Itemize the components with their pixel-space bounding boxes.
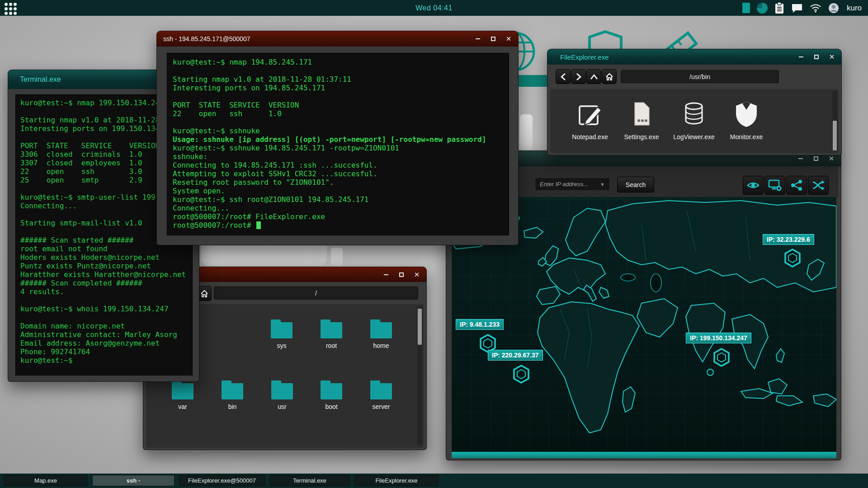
monitor-shield-icon	[732, 100, 760, 128]
disk-usage-icon[interactable]	[757, 3, 768, 14]
hexagon-node-marker[interactable]	[512, 364, 530, 384]
ssh-terminal-output[interactable]: kuro@test:~$ nmap 194.85.245.171 Startin…	[167, 53, 509, 235]
up-button[interactable]	[586, 69, 601, 84]
folder-icon	[271, 383, 293, 399]
folder-usr[interactable]: usr	[256, 379, 308, 410]
chevron-down-icon: ▼	[600, 182, 605, 187]
folder-sys[interactable]: sys	[255, 318, 308, 349]
home-icon	[605, 73, 613, 81]
ssh-text-bottom: kuro@test:~$ sshnuke 194.85.245.171 -roo…	[173, 144, 503, 221]
notepad-icon	[576, 100, 604, 128]
share-nodes-icon	[790, 179, 803, 191]
ip-address-dropdown[interactable]: Enter IP address...▼	[535, 178, 610, 191]
forward-button[interactable]	[571, 69, 586, 84]
file-explorer-title: FileExplorer.exe	[554, 53, 609, 61]
file-item-notepad[interactable]: Notepad.exe	[564, 100, 616, 141]
terminal-cursor	[256, 221, 261, 229]
address-bar[interactable]: /	[214, 286, 418, 300]
clipboard-icon[interactable]	[774, 2, 784, 14]
vertical-scrollbar[interactable]	[832, 91, 837, 150]
ip-label-32-23-229-6[interactable]: IP: 32.23.229.6	[763, 234, 814, 245]
maximize-button[interactable]	[490, 36, 496, 42]
hexagon-node-marker[interactable]	[783, 248, 802, 268]
address-bar[interactable]: /usr/bin	[621, 70, 779, 83]
logviewer-icon	[680, 100, 708, 128]
folder-icon	[172, 383, 193, 399]
close-button[interactable]: ✕	[829, 54, 835, 60]
folder-icon	[271, 322, 292, 338]
ip-label-199-150-134-247[interactable]: IP: 199.150.134.247	[686, 333, 751, 343]
file-explorer-toolbar: /usr/bin	[547, 65, 841, 89]
maximize-button[interactable]	[398, 272, 405, 278]
ip-label-9-48-1-233[interactable]: IP: 9.48.1.233	[456, 319, 504, 330]
minimize-button[interactable]	[798, 54, 804, 60]
folder-root[interactable]: root	[305, 318, 358, 349]
folder-icon	[321, 383, 342, 399]
ssh-text-top: kuro@test:~$ nmap 194.85.245.171 Startin…	[173, 58, 503, 135]
back-button[interactable]	[556, 69, 571, 84]
vertical-scrollbar[interactable]	[417, 306, 422, 445]
maximize-button[interactable]	[813, 54, 820, 60]
eye-tool-button[interactable]	[743, 176, 764, 195]
map-bottom-bar	[452, 452, 836, 458]
ssh-title: ssh - 194.85.245.171@500007	[163, 35, 250, 42]
minimize-button[interactable]	[383, 272, 389, 278]
folder-bin[interactable]: bin	[206, 379, 259, 410]
file-explorer-window: FileExplorer.exe ✕ /usr/bin	[547, 49, 842, 155]
chevron-right-icon	[575, 73, 582, 81]
folder-var[interactable]: var	[156, 379, 209, 410]
close-button[interactable]: ✕	[414, 272, 420, 278]
close-button[interactable]: ✕	[505, 36, 512, 42]
remote-desktop-tool-button[interactable]	[764, 176, 785, 195]
maximize-button[interactable]	[813, 155, 819, 162]
minimize-button[interactable]	[475, 36, 481, 42]
monitor-plus-icon	[768, 179, 782, 191]
ssh-titlebar[interactable]: ssh - 194.85.245.171@500007 ✕	[157, 31, 518, 47]
folder-icon	[370, 383, 392, 399]
close-button[interactable]: ✕	[828, 155, 835, 162]
clock: Wed 04:41	[0, 4, 868, 12]
folder-home[interactable]: home	[355, 318, 407, 349]
taskbar: Map.exe ssh - FileExplorer.exe@500007 Te…	[0, 474, 868, 488]
hexagon-node-marker[interactable]	[712, 347, 731, 367]
ssh-prompt-line: root@500007:/root#	[173, 221, 503, 230]
background-window-remnant-small	[331, 248, 343, 266]
share-tool-button[interactable]	[786, 176, 807, 195]
folder-icon	[321, 322, 342, 338]
home-button[interactable]	[602, 69, 617, 84]
folder-icon	[370, 322, 392, 338]
username-label[interactable]: kuro	[847, 4, 862, 13]
taskbar-item-fileexplorer-remote[interactable]: FileExplorer.exe@500007	[179, 475, 265, 486]
ssh-usage-line: Usage: sshnuke [ip address] [(opt) -port…	[173, 135, 503, 144]
file-item-settings[interactable]: Settings.exe	[615, 100, 668, 141]
folder-icon	[222, 383, 243, 399]
shuffle-icon	[811, 179, 825, 191]
file-explorer-titlebar[interactable]: FileExplorer.exe ✕	[547, 49, 841, 65]
eye-icon	[746, 180, 760, 191]
folder-server[interactable]: server	[355, 379, 407, 410]
desktop: Map.exe ✕ Enter IP address...▼ Search	[0, 0, 868, 488]
wifi-icon[interactable]	[810, 4, 821, 13]
ssh-window: ssh - 194.85.245.171@500007 ✕ kuro@test:…	[156, 31, 519, 245]
file-item-monitor[interactable]: Monitor.exe	[720, 100, 773, 141]
top-status-bar: Wed 04:41 kuro	[0, 0, 868, 16]
search-button[interactable]: Search	[617, 177, 654, 192]
folder-boot[interactable]: boot	[305, 379, 358, 410]
taskbar-item-fileexplorer[interactable]: FileExplorer.exe	[354, 475, 439, 486]
file-explorer-contents: Notepad.exe Settings.exe LogViewer.exe	[550, 89, 839, 153]
user-avatar[interactable]	[828, 3, 839, 14]
taskbar-item-map[interactable]: Map.exe	[4, 475, 88, 486]
minimize-button[interactable]	[797, 155, 804, 162]
chevron-left-icon	[560, 73, 567, 81]
chevron-up-icon	[590, 74, 598, 80]
settings-icon	[627, 100, 656, 128]
ip-label-220-29-67-37[interactable]: IP: 220.29.67.37	[488, 350, 543, 361]
taskbar-item-terminal[interactable]: Terminal.exe	[269, 475, 350, 486]
terminal-title: Terminal.exe	[14, 75, 61, 84]
file-item-logviewer[interactable]: LogViewer.exe	[668, 100, 720, 141]
memory-status-icon[interactable]	[742, 3, 750, 13]
home-icon	[200, 290, 208, 298]
shuffle-tool-button[interactable]	[808, 176, 829, 195]
chat-icon[interactable]	[791, 3, 803, 13]
taskbar-item-ssh[interactable]: ssh -	[92, 475, 175, 486]
